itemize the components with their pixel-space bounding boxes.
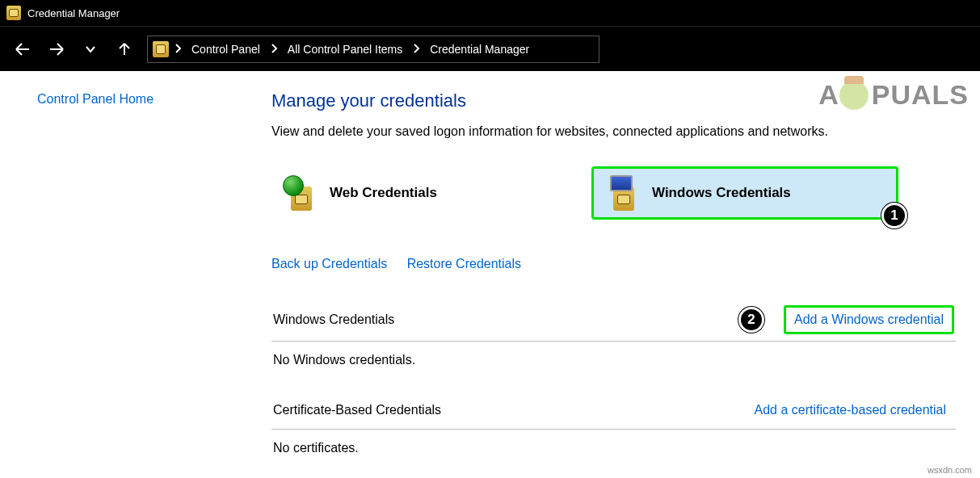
title-bar: Credential Manager (0, 0, 980, 26)
windows-credentials-tile[interactable]: Windows Credentials 1 (591, 166, 898, 220)
section-header: Windows Credentials 2 Add a Windows cred… (271, 300, 956, 342)
annotation-callout-1: 1 (881, 203, 907, 229)
section-empty-text: No certificates. (271, 430, 956, 475)
control-panel-home-link[interactable]: Control Panel Home (37, 92, 154, 106)
web-credentials-icon (283, 175, 318, 211)
watermark-face-icon (839, 81, 869, 110)
chevron-right-icon[interactable] (412, 42, 420, 57)
breadcrumb-credential-manager[interactable]: Credential Manager (425, 40, 534, 59)
section-header: Certificate-Based Credentials Add a cert… (271, 393, 956, 430)
section-empty-text: No Windows credentials. (271, 342, 956, 387)
sidebar: Control Panel Home (0, 71, 242, 478)
main-panel: A PUALS Manage your credentials View and… (242, 71, 980, 478)
watermark: A PUALS (818, 79, 969, 111)
certificate-credentials-section: Certificate-Based Credentials Add a cert… (271, 393, 956, 475)
window-title: Credential Manager (27, 7, 120, 19)
chevron-right-icon[interactable] (174, 42, 182, 57)
navigation-bar: Control Panel All Control Panel Items Cr… (0, 26, 980, 71)
chevron-right-icon[interactable] (270, 42, 278, 57)
section-title: Certificate-Based Credentials (273, 403, 747, 417)
windows-credentials-label: Windows Credentials (652, 185, 791, 201)
content-area: Control Panel Home A PUALS Manage your c… (0, 71, 980, 478)
annotation-callout-2: 2 (738, 307, 764, 333)
web-credentials-label: Web Credentials (330, 185, 437, 201)
add-certificate-credential-link[interactable]: Add a certificate-based credential (747, 398, 954, 422)
watermark-text-right: PUALS (872, 79, 969, 111)
recent-locations-button[interactable] (79, 36, 102, 62)
credential-manager-icon (6, 6, 21, 20)
source-watermark: wsxdn.com (927, 465, 972, 475)
web-credentials-tile[interactable]: Web Credentials (271, 166, 578, 220)
backup-credentials-link[interactable]: Back up Credentials (271, 257, 387, 270)
section-title: Windows Credentials (273, 312, 738, 327)
address-bar[interactable]: Control Panel All Control Panel Items Cr… (147, 36, 599, 63)
breadcrumb-all-items[interactable]: All Control Panel Items (283, 40, 407, 59)
page-description: View and delete your saved logon informa… (271, 124, 956, 139)
forward-button[interactable] (45, 36, 68, 62)
restore-credentials-link[interactable]: Restore Credentials (407, 257, 521, 270)
credential-type-tiles: Web Credentials Windows Credentials 1 (271, 166, 956, 220)
back-button[interactable] (11, 36, 34, 62)
watermark-text-left: A (818, 79, 839, 111)
credential-action-links: Back up Credentials Restore Credentials (271, 257, 956, 271)
add-windows-credential-link[interactable]: Add a Windows credential (784, 305, 954, 334)
breadcrumb-control-panel[interactable]: Control Panel (187, 40, 265, 59)
windows-credentials-icon (605, 175, 641, 211)
windows-credentials-section: Windows Credentials 2 Add a Windows cred… (271, 300, 956, 387)
up-button[interactable] (113, 36, 136, 62)
location-icon (153, 41, 169, 57)
